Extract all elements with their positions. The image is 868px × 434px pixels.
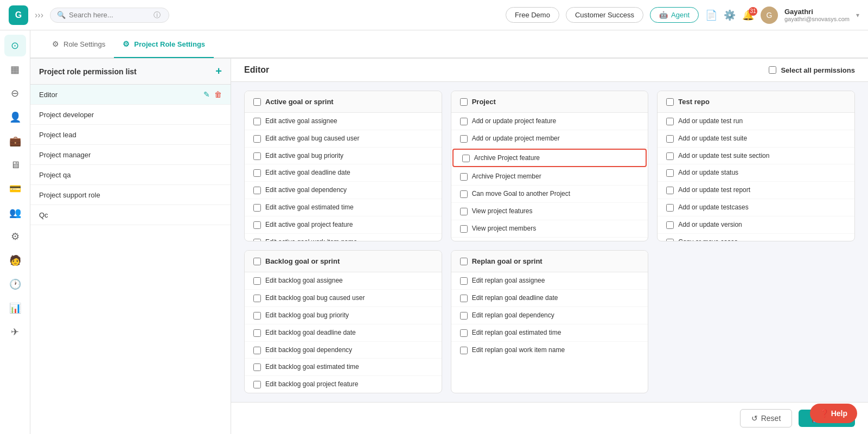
add-role-button[interactable]: + (215, 65, 222, 78)
role-item-qc[interactable]: Qc ✎ 🗑 (30, 205, 231, 225)
delete-role-icon[interactable]: 🗑 (214, 170, 222, 179)
customer-success-button[interactable]: Customer Success (566, 7, 643, 23)
user-dropdown-icon[interactable]: ▾ (856, 11, 859, 19)
edit-role-icon[interactable]: ✎ (203, 90, 210, 99)
perm-item-checkbox[interactable] (460, 329, 468, 337)
perm-item-checkbox[interactable] (462, 155, 470, 162)
sidebar-item-person[interactable]: 🧑 (4, 250, 26, 271)
top-nav: G ››› 🔍 ⓘ Free Demo Customer Success 🤖 A… (0, 0, 868, 30)
search-input[interactable] (69, 11, 150, 19)
perm-group-checkbox[interactable] (460, 98, 468, 106)
help-button[interactable]: ❓ Help (810, 404, 857, 423)
delete-role-icon[interactable]: 🗑 (214, 150, 222, 159)
perm-item-checkbox[interactable] (253, 347, 261, 354)
delete-role-icon[interactable]: 🗑 (214, 90, 222, 99)
perm-group-checkbox[interactable] (460, 258, 468, 265)
perm-group-checkbox[interactable] (253, 258, 261, 265)
settings-icon-button[interactable]: ⚙️ (724, 9, 736, 21)
perm-item-checkbox[interactable] (253, 118, 261, 125)
sidebar-item-card[interactable]: 💳 (4, 178, 26, 200)
perm-item-checkbox[interactable] (253, 204, 261, 212)
role-item-project-support-role[interactable]: Project support role ✎ 🗑 (30, 185, 231, 205)
perm-item-checkbox[interactable] (460, 225, 468, 233)
sidebar-item-settings-group[interactable]: ⚙ (4, 226, 26, 247)
perm-item-checkbox[interactable] (253, 295, 261, 302)
tab-role-settings[interactable]: ⚙ Role Settings (43, 31, 114, 58)
perm-item-checkbox[interactable] (253, 152, 261, 160)
edit-role-icon[interactable]: ✎ (203, 210, 210, 219)
perm-item-checkbox[interactable] (460, 277, 468, 285)
perm-item-checkbox[interactable] (253, 221, 261, 229)
perm-item-label: Add or update version (678, 220, 742, 229)
perm-item-checkbox[interactable] (460, 135, 468, 143)
edit-role-icon[interactable]: ✎ (203, 170, 210, 179)
select-all-checkbox[interactable] (769, 66, 776, 74)
perm-item: Edit active goal dependency (245, 182, 442, 199)
perm-item-checkbox[interactable] (666, 152, 674, 160)
sidebar-item-goals[interactable]: ⊖ (4, 82, 26, 104)
perm-item-checkbox[interactable] (460, 347, 468, 354)
perm-item-checkbox[interactable] (460, 173, 468, 181)
edit-role-icon[interactable]: ✎ (203, 130, 210, 139)
perm-group-checkbox[interactable] (666, 98, 674, 106)
perm-item-checkbox[interactable] (253, 312, 261, 320)
perm-item: Edit active goal work item name (245, 234, 442, 242)
perm-item-checkbox[interactable] (666, 118, 674, 125)
perm-item-checkbox[interactable] (253, 381, 261, 388)
perm-item-checkbox[interactable] (460, 295, 468, 302)
sidebar-item-home[interactable]: ⊙ (4, 35, 26, 56)
sidebar-item-briefcase[interactable]: 💼 (4, 130, 26, 152)
delete-role-icon[interactable]: 🗑 (214, 130, 222, 139)
edit-role-icon[interactable]: ✎ (203, 110, 210, 119)
perm-item-checkbox[interactable] (253, 363, 261, 371)
perm-item-checkbox[interactable] (460, 190, 468, 198)
perm-item-checkbox[interactable] (460, 118, 468, 125)
perm-item-checkbox[interactable] (666, 187, 674, 194)
delete-role-icon[interactable]: 🗑 (214, 110, 222, 119)
sidebar-item-user[interactable]: 👤 (4, 106, 26, 128)
perm-item-checkbox[interactable] (253, 169, 261, 177)
perm-item-checkbox[interactable] (460, 208, 468, 215)
perm-item-checkbox[interactable] (253, 135, 261, 143)
tab-project-role-settings[interactable]: ⚙ Project Role Settings (114, 31, 214, 58)
perm-item-checkbox[interactable] (666, 135, 674, 143)
edit-role-icon[interactable]: ✎ (203, 150, 210, 159)
document-icon-button[interactable]: 📄 (705, 9, 717, 21)
notifications-button[interactable]: 🔔 31 (742, 9, 754, 21)
delete-role-icon[interactable]: 🗑 (214, 210, 222, 219)
perm-group-checkbox[interactable] (253, 98, 261, 106)
reset-button[interactable]: ↺ Reset (740, 409, 793, 427)
free-demo-button[interactable]: Free Demo (506, 7, 559, 23)
perm-group-header: Replan goal or sprint (451, 251, 648, 272)
role-item-project-developer[interactable]: Project developer ✎ 🗑 (30, 105, 231, 125)
perm-item-checkbox[interactable] (666, 221, 674, 229)
perm-item-label: Edit active goal project feature (265, 220, 353, 229)
sidebar-item-monitor[interactable]: 🖥 (4, 154, 26, 176)
role-item-editor[interactable]: Editor ✎ 🗑 (30, 85, 231, 105)
perm-item-label: Add or update project member (472, 134, 560, 143)
nav-expand-icon[interactable]: ››› (35, 10, 43, 20)
select-all-wrapper: Select all permissions (769, 66, 855, 74)
role-item-project-manager[interactable]: Project manager ✎ 🗑 (30, 145, 231, 165)
sidebar-item-clock[interactable]: 🕐 (4, 273, 26, 295)
perm-item-checkbox[interactable] (666, 204, 674, 212)
perm-item: Edit backlog goal assignee (245, 272, 442, 290)
sidebar-item-report[interactable]: 📊 (4, 297, 26, 319)
sidebar-item-send[interactable]: ✈ (4, 321, 26, 343)
role-item-project-qa[interactable]: Project qa ✎ 🗑 (30, 165, 231, 185)
delete-role-icon[interactable]: 🗑 (214, 190, 222, 199)
sidebar-item-dashboard[interactable]: ▦ (4, 59, 26, 80)
perm-item-checkbox[interactable] (253, 187, 261, 194)
perm-item-checkbox[interactable] (253, 329, 261, 337)
avatar: G (761, 7, 778, 24)
edit-role-icon[interactable]: ✎ (203, 190, 210, 199)
perm-item-checkbox[interactable] (253, 277, 261, 285)
agent-button[interactable]: 🤖 Agent (650, 7, 699, 23)
sidebar-item-team[interactable]: 👥 (4, 202, 26, 224)
role-item-project-lead[interactable]: Project lead ✎ 🗑 (30, 125, 231, 145)
perm-item-checkbox[interactable] (460, 312, 468, 320)
perm-item-checkbox[interactable] (253, 239, 261, 242)
perm-item: Edit active goal assignee (245, 113, 442, 130)
perm-item-checkbox[interactable] (666, 169, 674, 177)
perm-item-checkbox[interactable] (666, 239, 674, 242)
